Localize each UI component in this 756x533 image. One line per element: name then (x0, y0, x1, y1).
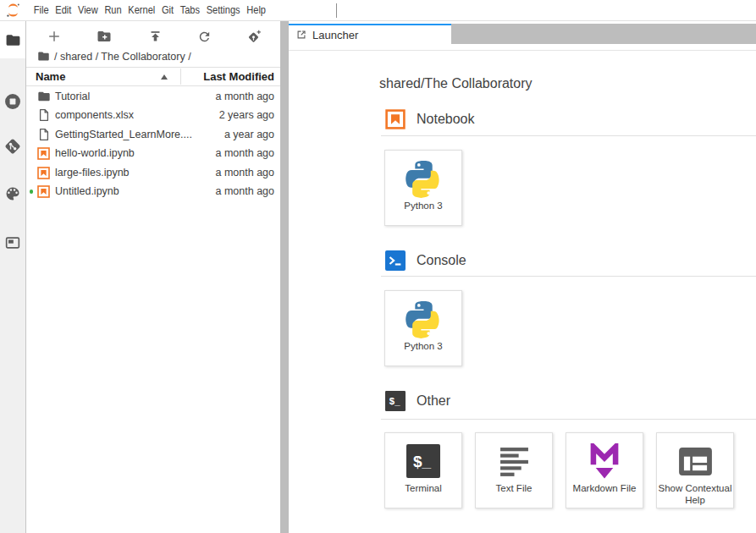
launcher-icon (296, 30, 306, 40)
section-title-other: Other (417, 392, 450, 410)
file-row-large-files-ipynb[interactable]: large-files.ipynb a month ago (26, 163, 280, 182)
launcher-card-markdown-file[interactable]: Markdown File (566, 432, 643, 508)
sort-ascending-icon[interactable] (161, 74, 168, 80)
git-icon (3, 137, 22, 156)
file-row-gettingstarted[interactable]: GettingStarted_LearnMore.... a year ago (26, 125, 280, 144)
menu-items: File Edit View Run Kernel Git Tabs Setti… (30, 0, 269, 20)
folder-icon (37, 50, 50, 63)
refresh-icon (197, 30, 212, 44)
file-row-tutorial[interactable]: Tutorial a month ago (26, 87, 280, 106)
breadcrumb[interactable]: / shared / The Collaboratory / (37, 49, 191, 63)
menu-kernel[interactable]: Kernel (124, 0, 158, 20)
console-cards: Python 3 (384, 290, 462, 366)
file-icon (37, 128, 51, 141)
other-cards: Terminal Text File Markdown File Show Co… (384, 432, 734, 508)
file-row-hello-world-ipynb[interactable]: hello-world.ipynb a month ago (26, 144, 280, 162)
menu-tabs[interactable]: Tabs (177, 0, 203, 20)
new-folder-button[interactable] (93, 25, 115, 47)
column-header-name[interactable]: Name (36, 68, 65, 85)
markdown-icon (566, 440, 643, 482)
menu-separator (336, 3, 337, 18)
launcher-card-contextual-help[interactable]: Show Contextual Help (656, 432, 734, 508)
menu-run[interactable]: Run (102, 0, 125, 20)
folder-icon (5, 32, 21, 48)
console-icon (385, 250, 406, 271)
notebook-icon (37, 146, 50, 160)
column-header-modified[interactable]: Last Modified (203, 68, 274, 85)
section-divider (381, 135, 756, 136)
notebook-cards: Python 3 (384, 150, 462, 226)
file-row-components-xlsx[interactable]: components.xlsx 2 years ago (26, 106, 280, 124)
section-divider (381, 276, 756, 277)
menu-bar: File Edit View Run Kernel Git Tabs Setti… (0, 0, 756, 21)
menu-settings[interactable]: Settings (203, 0, 244, 20)
sidebar-tab-open-tabs[interactable] (0, 224, 25, 261)
terminal-icon (385, 440, 461, 482)
python-logo (385, 298, 461, 340)
upload-icon (148, 30, 163, 44)
section-title-notebook: Notebook (417, 110, 475, 129)
sidebar-tab-command-palette[interactable] (0, 175, 25, 212)
sidebar-tab-file-browser[interactable] (0, 21, 25, 58)
menu-file[interactable]: File (30, 0, 52, 20)
text-file-icon (476, 440, 552, 482)
file-browser-panel: / shared / The Collaboratory / Name Last… (26, 21, 280, 533)
new-launcher-button[interactable] (43, 25, 65, 47)
terminal-icon (385, 391, 406, 411)
palette-icon (4, 185, 21, 202)
panel-top-border (289, 50, 756, 51)
sidebar-tab-running-sessions[interactable] (0, 83, 25, 120)
column-separator (180, 69, 181, 85)
refresh-button[interactable] (193, 25, 215, 47)
jupyter-logo (7, 3, 19, 18)
jupyterlab-app: File Edit View Run Kernel Git Tabs Setti… (0, 0, 756, 533)
open-tabs-icon (4, 234, 21, 251)
file-row-untitled-ipynb[interactable]: Untitled.ipynb a month ago (26, 182, 280, 201)
breadcrumb-path[interactable]: / shared / The Collaboratory / (54, 51, 191, 63)
sidebar-tab-git[interactable] (0, 128, 25, 165)
git-clone-icon (246, 29, 262, 45)
python-logo (385, 157, 461, 200)
listing-header: Name Last Modified (26, 67, 280, 86)
launcher-cwd: shared/The Collaboratory (379, 75, 533, 92)
menu-help[interactable]: Help (243, 0, 268, 20)
launcher-card-terminal[interactable]: Terminal (384, 432, 462, 508)
launcher-card-text-file[interactable]: Text File (475, 432, 553, 508)
launcher-card-console-python3[interactable]: Python 3 (384, 290, 462, 366)
notebook-icon (37, 184, 50, 198)
menu-view[interactable]: View (74, 0, 101, 20)
file-icon (37, 108, 51, 122)
menu-edit[interactable]: Edit (52, 0, 74, 20)
plus-icon (47, 30, 61, 43)
notebook-icon (37, 166, 50, 179)
menu-git[interactable]: Git (158, 0, 177, 20)
main-dock-panel: Launcher shared/The Collaboratory Notebo… (289, 21, 756, 533)
section-divider (381, 419, 756, 420)
tab-launcher[interactable]: Launcher (289, 24, 451, 44)
launcher-card-notebook-python3[interactable]: Python 3 (384, 150, 462, 226)
new-folder-icon (97, 29, 112, 44)
notebook-icon (385, 109, 406, 129)
dock-tab-bar: Launcher (289, 24, 756, 44)
git-clone-button[interactable] (243, 25, 265, 47)
upload-button[interactable] (144, 25, 166, 47)
contextual-help-icon (657, 440, 733, 482)
panel-splitter[interactable] (280, 21, 289, 533)
left-sidebar (0, 21, 26, 533)
section-title-console: Console (417, 251, 466, 270)
running-sessions-icon (4, 93, 21, 110)
folder-icon (37, 90, 51, 103)
running-kernel-indicator (30, 190, 34, 194)
